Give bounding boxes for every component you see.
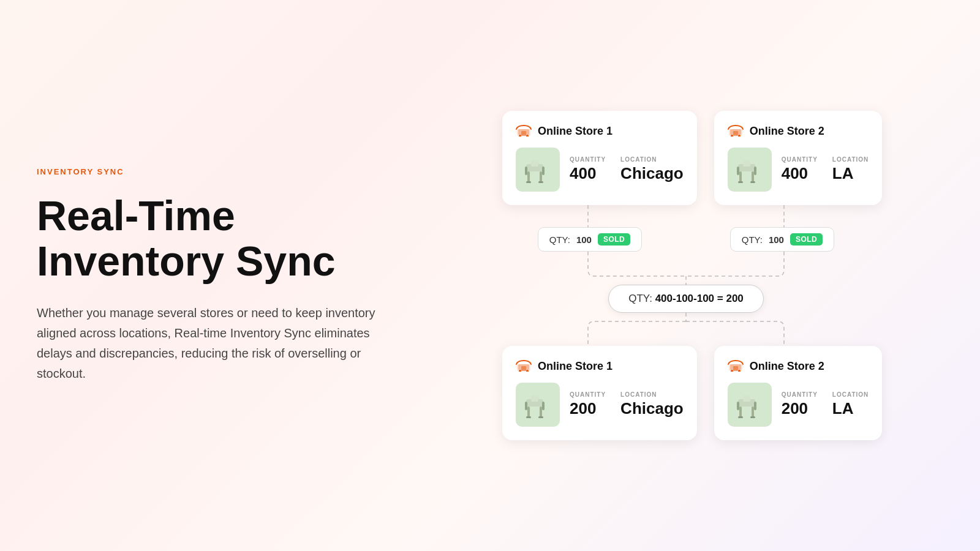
- store-header-2: Online Store 2: [728, 123, 869, 139]
- title-line1: Real-Time: [37, 192, 235, 239]
- svg-rect-11: [538, 181, 543, 183]
- quantity-block-1-bottom: QUANTITY 200: [570, 391, 606, 418]
- svg-rect-12: [525, 167, 527, 175]
- product-image-2-bottom: [728, 383, 772, 427]
- quantity-block-2-bottom: QUANTITY 200: [782, 391, 818, 418]
- location-block-2-bottom: LOCATION LA: [832, 391, 869, 418]
- svg-rect-21: [743, 160, 750, 167]
- calc-prefix: QTY:: [628, 293, 655, 304]
- sold-box-2: QTY: 100 SOLD: [730, 227, 835, 252]
- diagram: Online Store 1: [502, 111, 870, 440]
- store-name-2-bottom: Online Store 2: [750, 360, 824, 373]
- location-label-2-bottom: LOCATION: [832, 391, 869, 398]
- calc-pill: QTY: 400-100-100 = 200: [608, 285, 764, 313]
- store-content-1-bottom: QUANTITY 200 LOCATION Chicago: [516, 383, 684, 427]
- location-block-1-top: LOCATION Chicago: [620, 156, 684, 183]
- svg-rect-10: [526, 181, 531, 183]
- store-content-2-top: QUANTITY 400 LOCATION LA: [728, 148, 869, 192]
- quantity-label-1-top: QUANTITY: [570, 156, 606, 163]
- sold-qty-value-2: 100: [769, 234, 784, 245]
- quantity-value-2-top: 400: [782, 164, 818, 183]
- svg-rect-22: [739, 171, 742, 182]
- store-header-bottom-1: Online Store 1: [516, 358, 684, 374]
- sold-qty-value-1: 100: [576, 234, 592, 245]
- store-icon-2: [728, 123, 744, 139]
- quantity-block-2-top: QUANTITY 400: [782, 156, 818, 183]
- store-stats-1-bottom: QUANTITY 200 LOCATION Chicago: [570, 391, 684, 418]
- quantity-value-1-bottom: 200: [570, 399, 606, 418]
- product-image-2-top: [728, 148, 772, 192]
- location-value-2-bottom: LA: [832, 399, 869, 418]
- svg-rect-56: [738, 416, 743, 418]
- bottom-store-card-2: Online Store 2: [714, 346, 883, 440]
- store-stats-2-top: QUANTITY 400 LOCATION LA: [782, 156, 869, 183]
- quantity-value-2-bottom: 200: [782, 399, 818, 418]
- svg-rect-27: [754, 167, 756, 175]
- location-label-1-bottom: LOCATION: [620, 391, 684, 398]
- description: Whether you manage several stores or nee…: [37, 303, 380, 384]
- store-stats-2-bottom: QUANTITY 200 LOCATION LA: [782, 391, 869, 418]
- title-line2: Inventory Sync: [37, 238, 336, 284]
- quantity-value-1-top: 400: [570, 164, 606, 183]
- connector-converge: [502, 252, 870, 285]
- sold-box-1: QTY: 100 SOLD: [538, 227, 643, 252]
- location-value-1-top: Chicago: [620, 164, 684, 183]
- quantity-label-1-bottom: QUANTITY: [570, 391, 606, 398]
- location-block-2-top: LOCATION LA: [832, 156, 869, 183]
- store-content-2-bottom: QUANTITY 200 LOCATION LA: [728, 383, 869, 427]
- location-label-1-top: LOCATION: [620, 156, 684, 163]
- top-stores-row: Online Store 1: [502, 111, 870, 205]
- svg-rect-8: [527, 171, 530, 182]
- store-header-1: Online Store 1: [516, 123, 684, 139]
- svg-rect-57: [750, 416, 755, 418]
- sold-qty-prefix-1: QTY:: [549, 234, 570, 245]
- svg-rect-25: [750, 181, 755, 183]
- svg-rect-39: [531, 395, 538, 402]
- right-panel: Online Store 1: [417, 0, 980, 551]
- svg-rect-40: [527, 407, 530, 418]
- svg-rect-7: [531, 160, 538, 167]
- store-stats-1-top: QUANTITY 400 LOCATION Chicago: [570, 156, 684, 183]
- sold-item-2-wrapper: QTY: 100 SOLD: [695, 227, 870, 252]
- location-block-1-bottom: LOCATION Chicago: [620, 391, 684, 418]
- svg-rect-9: [540, 171, 542, 182]
- store-icon-bottom-2: [728, 358, 744, 374]
- location-value-1-bottom: Chicago: [620, 399, 684, 418]
- product-image-1-top: [516, 148, 560, 192]
- location-label-2-top: LOCATION: [832, 156, 869, 163]
- location-value-2-top: LA: [832, 164, 869, 183]
- store-icon-bottom-1: [516, 358, 532, 374]
- svg-rect-16: [733, 131, 738, 136]
- svg-rect-45: [542, 402, 545, 410]
- bottom-stores-row: Online Store 1: [502, 346, 870, 440]
- bottom-store-card-1: Online Store 1: [502, 346, 697, 440]
- svg-rect-42: [526, 416, 531, 418]
- sold-qty-prefix-2: QTY:: [742, 234, 763, 245]
- store-name-1-top: Online Store 1: [538, 125, 612, 138]
- quantity-label-2-bottom: QUANTITY: [782, 391, 818, 398]
- badge: INVENTORY SYNC: [37, 167, 380, 176]
- store-header-bottom-2: Online Store 2: [728, 358, 869, 374]
- top-store-card-2: Online Store 2: [714, 111, 883, 205]
- connector-diverge: [502, 313, 870, 346]
- svg-rect-13: [542, 167, 545, 175]
- svg-rect-26: [737, 167, 739, 175]
- sold-badge-1: SOLD: [598, 233, 630, 246]
- sold-item-1-wrapper: QTY: 100 SOLD: [502, 227, 677, 252]
- svg-rect-41: [540, 407, 542, 418]
- svg-rect-43: [538, 416, 543, 418]
- svg-rect-55: [752, 407, 754, 418]
- svg-rect-48: [733, 366, 738, 371]
- svg-rect-58: [737, 402, 739, 410]
- quantity-label-2-top: QUANTITY: [782, 156, 818, 163]
- store-icon-1: [516, 123, 532, 139]
- left-panel: INVENTORY SYNC Real-Time Inventory Sync …: [0, 0, 417, 551]
- svg-rect-2: [521, 131, 526, 136]
- calc-formula: 400-100-100 = 200: [655, 293, 744, 304]
- main-title: Real-Time Inventory Sync: [37, 193, 380, 283]
- quantity-block-1-top: QUANTITY 400: [570, 156, 606, 183]
- connector-top: [502, 205, 870, 227]
- svg-rect-34: [521, 366, 526, 371]
- store-name-1-bottom: Online Store 1: [538, 360, 612, 373]
- sold-row: QTY: 100 SOLD QTY: 100 SOLD: [502, 227, 870, 252]
